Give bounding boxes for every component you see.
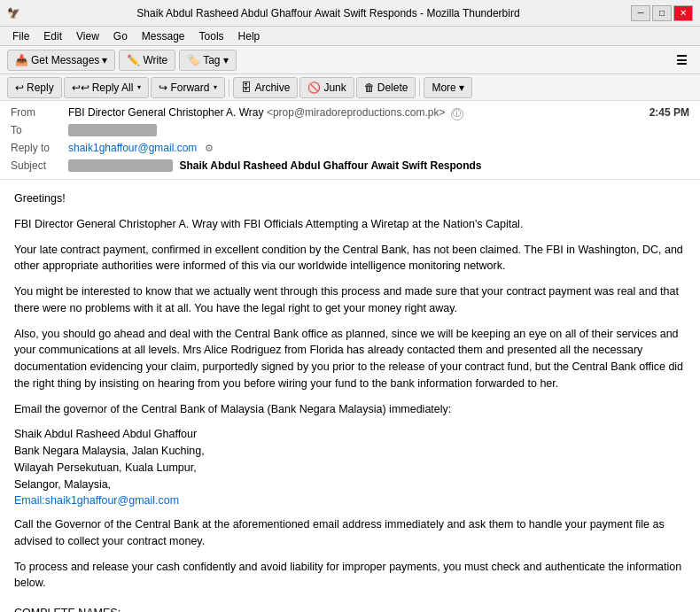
- get-messages-button[interactable]: 📥 Get Messages ▾: [7, 50, 115, 71]
- forward-button[interactable]: ↪ Forward ▾: [151, 77, 225, 98]
- para3: You might be interested to know that we …: [14, 283, 686, 317]
- form-label-1: COMPLETE NAMES: ________________________…: [14, 607, 290, 612]
- junk-button[interactable]: 🚫 Junk: [299, 77, 354, 98]
- para6: Call the Governor of the Central Bank at…: [14, 516, 686, 550]
- to-label: To: [11, 124, 68, 136]
- to-value: [68, 124, 689, 136]
- menu-message[interactable]: Message: [136, 29, 191, 43]
- email-body: Greetings! FBI Director General Christop…: [0, 180, 700, 612]
- subject-row: Subject To ████████████ Shaik Abdul Rash…: [11, 158, 689, 175]
- para7: To process and release your cash confide…: [14, 559, 686, 593]
- minimize-button[interactable]: ─: [631, 5, 650, 21]
- get-messages-icon: 📥: [15, 54, 28, 66]
- kebab-menu-button[interactable]: ☰: [671, 51, 693, 69]
- to-blurred: [68, 124, 157, 136]
- email-time: 2:45 PM: [649, 106, 689, 119]
- menu-bar: File Edit View Go Message Tools Help: [0, 27, 700, 46]
- more-button[interactable]: More ▾: [424, 77, 472, 98]
- menu-tools[interactable]: Tools: [194, 29, 229, 43]
- forward-icon: ↪: [159, 81, 167, 94]
- reply-all-icon: ↩↩: [72, 81, 89, 94]
- archive-button[interactable]: 🗄 Archive: [233, 77, 298, 98]
- menu-file[interactable]: File: [7, 29, 35, 43]
- address4: Selangor, Malaysia,: [14, 478, 111, 491]
- forward-dropdown[interactable]: ▾: [214, 83, 217, 91]
- email-body-wrapper: FBI Greetings! FBI Director General Chri…: [0, 180, 700, 612]
- menu-view[interactable]: View: [71, 29, 105, 43]
- form-block: COMPLETE NAMES: ________________________…: [14, 602, 686, 612]
- action-toolbar: ↩ Reply ↩↩ Reply All ▾ ↪ Forward ▾ 🗄 Arc…: [0, 74, 700, 101]
- close-button[interactable]: ✕: [673, 5, 693, 21]
- subject-text: Shaik Abdul Rasheed Abdul Ghaffour Await…: [179, 159, 481, 172]
- from-name: FBI Director General Christopher A. Wray: [68, 106, 264, 119]
- restore-button[interactable]: □: [652, 5, 672, 21]
- replyto-value: shaik1ghaffour@gmail.com ⚙: [68, 142, 689, 155]
- replyto-row: Reply to shaik1ghaffour@gmail.com ⚙: [11, 140, 689, 158]
- from-info-icon[interactable]: ⓘ: [451, 108, 463, 120]
- subject-label: Subject: [11, 159, 68, 172]
- reply-icon: ↩: [15, 81, 24, 94]
- email-link[interactable]: Email:shaik1ghaffour@gmail.com: [14, 494, 179, 507]
- para1: FBI Director General Christopher A. Wray…: [14, 216, 686, 233]
- get-messages-dropdown[interactable]: ▾: [102, 54, 107, 66]
- para4: Also, you should go ahead and deal with …: [14, 326, 686, 392]
- address2: Bank Negara Malaysia, Jalan Kuching,: [14, 445, 205, 457]
- delete-button[interactable]: 🗑 Delete: [356, 77, 416, 98]
- reply-all-button[interactable]: ↩↩ Reply All ▾: [64, 77, 150, 98]
- window-title: Shaik Abdul Rasheed Abdul Ghaffour Await…: [26, 7, 631, 19]
- to-row: To: [11, 122, 689, 140]
- from-email: <prop@miradoreproductions.com.pk>: [267, 106, 446, 119]
- menu-help[interactable]: Help: [233, 29, 266, 43]
- main-toolbar: 📥 Get Messages ▾ ✏️ Write 🏷️ Tag ▾ ☰: [0, 46, 700, 74]
- menu-edit[interactable]: Edit: [38, 29, 67, 43]
- email-header: From FBI Director General Christopher A.…: [0, 101, 700, 180]
- tag-icon: 🏷️: [187, 54, 200, 66]
- from-label: From: [11, 106, 68, 119]
- write-icon: ✏️: [127, 54, 140, 66]
- replyto-label: Reply to: [11, 142, 68, 154]
- replyto-gear-icon[interactable]: ⚙: [203, 143, 215, 155]
- replyto-link[interactable]: shaik1ghaffour@gmail.com: [68, 142, 197, 154]
- archive-icon: 🗄: [241, 81, 252, 94]
- app-icon: 🦅: [7, 7, 20, 19]
- address3: Wilayah Persekutuan, Kuala Lumpur,: [14, 461, 197, 474]
- menu-go[interactable]: Go: [108, 29, 133, 43]
- action-separator-1: [229, 79, 229, 97]
- greeting: Greetings!: [14, 190, 686, 207]
- reply-all-dropdown[interactable]: ▾: [137, 83, 141, 91]
- subject-value: To ████████████ Shaik Abdul Rasheed Abdu…: [68, 159, 689, 172]
- action-separator-2: [419, 79, 420, 97]
- from-row: From FBI Director General Christopher A.…: [11, 105, 689, 122]
- address-block: Shaik Abdul Rasheed Abdul Ghaffour Bank …: [14, 426, 686, 509]
- address1: Shaik Abdul Rasheed Abdul Ghaffour: [14, 428, 197, 440]
- para2: Your late contract payment, confirmed in…: [14, 242, 686, 275]
- reply-button[interactable]: ↩ Reply: [7, 77, 62, 98]
- junk-icon: 🚫: [307, 81, 321, 94]
- window-controls: ─ □ ✕: [631, 5, 693, 21]
- para5: Email the governor of the Central Bank o…: [14, 401, 686, 418]
- subject-blurred: To ████████████: [68, 159, 173, 172]
- from-value: FBI Director General Christopher A. Wray…: [68, 106, 642, 120]
- title-bar: 🦅 Shaik Abdul Rasheed Abdul Ghaffour Awa…: [0, 0, 700, 27]
- tag-dropdown[interactable]: ▾: [223, 54, 229, 66]
- delete-icon: 🗑: [364, 81, 375, 94]
- tag-button[interactable]: 🏷️ Tag ▾: [179, 50, 236, 71]
- write-button[interactable]: ✏️ Write: [119, 50, 175, 71]
